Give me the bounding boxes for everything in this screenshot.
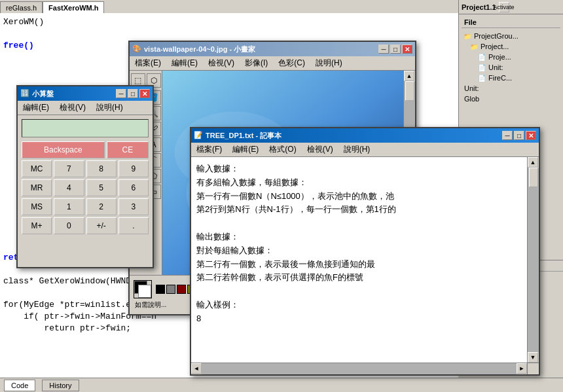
notepad-scrollbar-horizontal[interactable]: ◄ ►	[191, 363, 527, 374]
notepad-menu-help[interactable]: 說明(H)	[338, 143, 376, 156]
paint-menu-edit[interactable]: 編輯(E)	[166, 56, 203, 70]
tab-reGlass[interactable]: reGlass.h	[0, 1, 43, 13]
color-swatch[interactable]	[166, 285, 175, 294]
notepad-close-button[interactable]: ✕	[526, 131, 536, 140]
calc-decimal-button[interactable]: .	[118, 217, 149, 234]
notepad-scrollbar-vertical[interactable]: ▲ ▼	[527, 157, 539, 363]
paint-menu-file[interactable]: 檔案(E)	[130, 56, 166, 70]
calc-1-button[interactable]: 1	[54, 198, 84, 215]
calc-mplus-button[interactable]: M+	[22, 217, 52, 234]
calc-titlebar: 🔢 小算盤 ─ □ ✕	[18, 86, 153, 101]
calc-row-2: MC 7 8 9	[22, 160, 149, 177]
calc-3-button[interactable]: 3	[118, 198, 149, 215]
file-icon: 📄	[477, 63, 486, 72]
calc-window: 🔢 小算盤 ─ □ ✕ 編輯(E) 檢視(V) 說明(H) Backspace …	[16, 85, 154, 268]
notepad-app-icon: 📝	[194, 131, 203, 140]
calc-menu-help[interactable]: 說明(H)	[91, 101, 128, 115]
paint-minimize-button[interactable]: ─	[378, 45, 389, 54]
notepad-scroll-right-button[interactable]: ►	[517, 363, 527, 374]
background-color[interactable]	[138, 285, 151, 298]
notepad-window: 📝 TREE_DP1.txt - 記事本 ─ □ ✕ 檔案(F) 編輯(E) 格…	[190, 127, 540, 376]
calc-6-button[interactable]: 6	[118, 179, 149, 196]
calc-7-button[interactable]: 7	[54, 160, 84, 177]
tree-item-proje[interactable]: 📄 Proje...	[462, 52, 560, 62]
notepad-title: TREE_DP1.txt - 記事本	[206, 131, 282, 141]
color-swatch[interactable]	[177, 285, 186, 294]
notepad-scroll-left-button[interactable]: ◄	[191, 363, 202, 374]
calc-window-controls: ─ □ ✕	[116, 89, 150, 98]
paint-titlebar: 🎨 vista-wallpaper-04~0.jpg - 小畫家 ─ □ ✕	[130, 42, 415, 56]
paint-close-button[interactable]: ✕	[402, 45, 412, 54]
notepad-titlebar: 📝 TREE_DP1.txt - 記事本 ─ □ ✕	[191, 128, 539, 143]
paint-maximize-button[interactable]: □	[390, 45, 401, 54]
notepad-line: 輸入樣例：	[196, 298, 522, 312]
code-line: XeroWM()	[3, 16, 455, 28]
notepad-menu-file[interactable]: 檔案(F)	[191, 143, 227, 156]
activate-button[interactable]: Activate	[499, 2, 509, 12]
notepad-line: 8	[196, 312, 522, 326]
project-tree-section: File 📁 ProjectGrou... 📁 Project... 📄 Pro…	[459, 14, 563, 107]
notepad-window-controls: ─ □ ✕	[502, 131, 536, 140]
calc-maximize-button[interactable]: □	[128, 89, 138, 98]
calc-0-button[interactable]: 0	[54, 217, 84, 234]
notepad-scrollbar-corner	[527, 363, 539, 374]
status-tab-history[interactable]: History	[42, 380, 79, 391]
notepad-line: 第一行有一個數N（N≤1000），表示池中的魚數，池	[196, 190, 522, 204]
calc-menu-view[interactable]: 檢視(V)	[54, 101, 91, 115]
notepad-menu-view[interactable]: 檢視(V)	[302, 143, 338, 156]
calc-ce-button[interactable]: CE	[107, 141, 149, 158]
calc-row-3: MR 4 5 6	[22, 179, 149, 196]
calc-menu-edit[interactable]: 編輯(E)	[18, 101, 54, 115]
calc-row-5: M+ 0 +/- .	[22, 217, 149, 234]
calc-9-button[interactable]: 9	[118, 160, 149, 177]
project-title: Project1.1	[462, 3, 496, 11]
notepad-line: 第二行有一個數，表示最後一條魚接到通知的最	[196, 258, 522, 272]
notepad-menu-bar: 檔案(F) 編輯(E) 格式(O) 檢視(V) 說明(H)	[191, 143, 539, 157]
scroll-thumb[interactable]	[405, 81, 414, 101]
notepad-scroll-track-v[interactable]	[528, 168, 539, 352]
notepad-menu-format[interactable]: 格式(O)	[264, 143, 301, 156]
calc-2-button[interactable]: 2	[86, 198, 117, 215]
tree-item-projectgroup[interactable]: 📁 ProjectGrou...	[462, 31, 560, 41]
notepad-maximize-button[interactable]: □	[514, 131, 524, 140]
notepad-scroll-track-h[interactable]	[202, 363, 517, 374]
calc-ms-button[interactable]: MS	[22, 198, 52, 215]
notepad-scroll-down-button[interactable]: ▼	[528, 352, 538, 363]
calc-mr-button[interactable]: MR	[22, 179, 52, 196]
code-line	[3, 28, 455, 40]
calc-row-1: Backspace CE	[22, 141, 149, 158]
notepad-line: 對於每組輸入數據：	[196, 244, 522, 258]
calc-backspace-button[interactable]: Backspace	[22, 141, 105, 158]
calc-title: 小算盤	[32, 89, 54, 99]
scroll-up-button[interactable]: ▲	[404, 71, 414, 81]
notepad-scroll-thumb-v[interactable]	[529, 168, 538, 187]
calc-minimize-button[interactable]: ─	[116, 89, 126, 98]
paint-title: vista-wallpaper-04~0.jpg - 小畫家	[144, 45, 255, 54]
calc-sign-button[interactable]: +/-	[86, 217, 117, 234]
file-label: File	[462, 17, 560, 28]
calc-close-button[interactable]: ✕	[139, 89, 150, 98]
paint-menu-view[interactable]: 檢視(V)	[203, 56, 240, 70]
notepad-line	[196, 285, 522, 298]
status-tab-code[interactable]: Code	[4, 380, 35, 391]
paint-menu-image[interactable]: 影像(I)	[240, 56, 273, 70]
notepad-line: 輸出數據：	[196, 230, 522, 244]
notepad-minimize-button[interactable]: ─	[502, 131, 513, 140]
calc-8-button[interactable]: 8	[86, 160, 117, 177]
color-swatch[interactable]	[156, 285, 165, 294]
tree-item-project[interactable]: 📁 Project...	[462, 41, 560, 52]
paint-menu-colors[interactable]: 色彩(C)	[273, 56, 310, 70]
notepad-scroll-up-button[interactable]: ▲	[528, 157, 538, 168]
tree-item-firec[interactable]: 📄 FireC...	[462, 73, 560, 83]
color-preview[interactable]	[134, 280, 152, 298]
right-panel-toolbar: Project1.1 Activate	[459, 0, 563, 14]
tree-item-unit[interactable]: 📄 Unit:	[462, 62, 560, 73]
tab-FastXeroWM[interactable]: FastXeroWM.h	[43, 1, 104, 13]
notepad-menu-edit[interactable]: 編輯(E)	[227, 143, 264, 156]
notepad-content[interactable]: 輸入數據： 有多組輸入數據，每組數據： 第一行有一個數N（N≤1000），表示池…	[191, 157, 527, 363]
paint-menu-help[interactable]: 說明(H)	[310, 56, 348, 70]
calc-mc-button[interactable]: MC	[22, 160, 52, 177]
calc-5-button[interactable]: 5	[86, 179, 117, 196]
calc-4-button[interactable]: 4	[54, 179, 84, 196]
right-panel-statusbar	[458, 378, 563, 392]
